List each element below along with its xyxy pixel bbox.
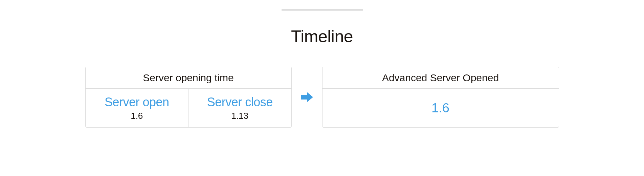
section-divider xyxy=(282,9,363,10)
server-opening-time-header: Server opening time xyxy=(86,67,291,89)
server-close-label: Server close xyxy=(207,95,273,109)
advanced-server-opened-box: Advanced Server Opened 1.6 xyxy=(322,67,559,128)
server-open-cell: Server open 1.6 xyxy=(86,89,188,127)
server-open-label: Server open xyxy=(105,95,169,109)
timeline-container: Server opening time Server open 1.6 Serv… xyxy=(0,67,644,128)
advanced-server-opened-value: 1.6 xyxy=(431,101,449,115)
server-open-value: 1.6 xyxy=(131,111,143,121)
server-opening-time-box: Server opening time Server open 1.6 Serv… xyxy=(85,67,292,128)
timeline-title: Timeline xyxy=(0,27,644,46)
arrow-right-icon xyxy=(300,90,314,104)
arrow-container xyxy=(292,67,322,128)
server-close-value: 1.13 xyxy=(231,111,248,121)
advanced-server-opened-header: Advanced Server Opened xyxy=(323,67,559,89)
advanced-server-opened-body: 1.6 xyxy=(323,89,559,127)
server-close-cell: Server close 1.13 xyxy=(188,89,291,127)
server-opening-time-body: Server open 1.6 Server close 1.13 xyxy=(86,89,291,127)
